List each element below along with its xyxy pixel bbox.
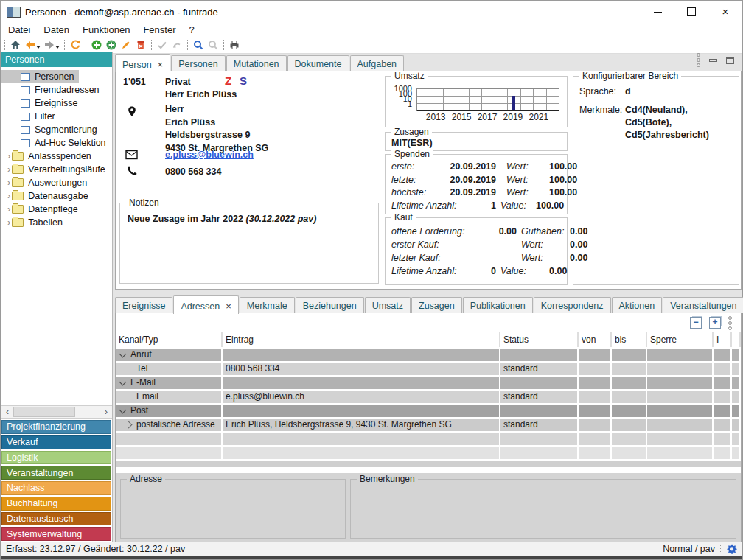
- section-verkauf[interactable]: Verkauf: [1, 435, 111, 449]
- sidebar-item-datenausgabe[interactable]: ›Datenausgabe: [1, 189, 112, 203]
- table-row-tel[interactable]: Tel 0800 568 334 standard: [116, 363, 741, 375]
- tab-adressen[interactable]: Adressen×: [173, 295, 238, 314]
- tab-mutationen[interactable]: Mutationen: [226, 55, 287, 71]
- merkmale-value: Cd4(Neuland), Cd5(Bote), Cd5(Jahresberic…: [625, 104, 733, 141]
- expand-all-icon[interactable]: +: [709, 317, 721, 329]
- sidebar: Personen Personen Fremdadressen Ereignis…: [1, 52, 113, 542]
- add-button[interactable]: [89, 38, 104, 52]
- sidebar-item-adhoc-selektion[interactable]: Ad-Hoc Selektion: [1, 136, 112, 150]
- section-projektfinanzierung[interactable]: Projektfinanzierung: [1, 420, 111, 434]
- menu-fenster[interactable]: Fenster: [136, 24, 182, 35]
- column-sperre[interactable]: Sperre: [647, 332, 714, 347]
- sidebar-hscrollbar[interactable]: ‹ ›: [1, 405, 112, 419]
- notizen-title: Notizen: [126, 197, 162, 208]
- sidebar-item-personen[interactable]: Personen: [1, 70, 112, 83]
- home-icon: [10, 39, 21, 51]
- section-veranstaltungen[interactable]: Veranstaltungen: [1, 466, 111, 480]
- tab-publikationen[interactable]: Publikationen: [463, 297, 533, 313]
- sidebar-item-verarbeitungslaeufe[interactable]: ›Verarbeitungsläufe: [1, 163, 112, 176]
- kauf-row: offene Forderung:0.00Guthaben:0.00: [386, 225, 567, 238]
- column-status[interactable]: Status: [500, 332, 579, 347]
- tab-ereignisse[interactable]: Ereignisse: [115, 297, 172, 313]
- forward-dropdown-icon[interactable]: [55, 46, 60, 49]
- print-button[interactable]: [227, 38, 242, 52]
- column-eintrag[interactable]: Eintrag: [223, 332, 500, 347]
- umsatz-panel: Umsatz 1000100101 20132015201720192021: [385, 76, 568, 127]
- column-i[interactable]: I: [714, 332, 732, 347]
- add-icon: [91, 39, 102, 51]
- delete-button[interactable]: [133, 38, 148, 52]
- home-button[interactable]: [8, 38, 23, 52]
- maximize-button[interactable]: [674, 1, 708, 23]
- menu-datei[interactable]: Datei: [1, 24, 37, 35]
- sidebar-item-filter[interactable]: Filter: [1, 110, 112, 123]
- tab-korrespondenz[interactable]: Korrespondenz: [534, 297, 611, 313]
- sidebar-item-auswertungen[interactable]: ›Auswertungen: [1, 176, 112, 189]
- menu-help[interactable]: ?: [182, 24, 200, 35]
- section-logistik[interactable]: Logistik: [1, 451, 111, 465]
- tab-umsatz[interactable]: Umsatz: [365, 297, 411, 313]
- email-link[interactable]: e.pluss@bluewin.ch: [165, 150, 254, 160]
- sidebar-item-datenpflege[interactable]: ›Datenpflege: [1, 203, 112, 216]
- section-datenaustausch[interactable]: Datenaustausch: [1, 512, 111, 526]
- table-row-email[interactable]: Email e.pluss@bluewin.ch standard: [116, 391, 741, 403]
- scroll-right-icon[interactable]: ›: [100, 407, 112, 417]
- scroll-left-icon[interactable]: ‹: [1, 407, 13, 417]
- forward-button[interactable]: [42, 38, 57, 52]
- column-von[interactable]: von: [579, 332, 612, 347]
- tab-personen[interactable]: Personen: [171, 55, 226, 71]
- tab-veranstaltungen[interactable]: Veranstaltungen: [663, 297, 743, 313]
- settings-gear-icon[interactable]: [726, 544, 742, 555]
- more-options-icon[interactable]: [697, 53, 700, 67]
- sidebar-item-ereignisse[interactable]: Ereignisse: [1, 97, 112, 110]
- table-row-group-email[interactable]: E-Mail: [116, 377, 741, 389]
- section-nachlass[interactable]: Nachlass: [1, 481, 111, 495]
- person-name: Herr Erich Plüss: [165, 89, 237, 99]
- sidebar-item-fremdadressen[interactable]: Fremdadressen: [1, 83, 112, 97]
- tab-aufgaben[interactable]: Aufgaben: [350, 55, 405, 71]
- tab-aktionen[interactable]: Aktionen: [612, 297, 663, 313]
- back-button[interactable]: [23, 38, 38, 52]
- sidebar-item-tabellen[interactable]: ›Tabellen: [1, 216, 112, 229]
- section-buchhaltung[interactable]: Buchhaltung: [1, 497, 111, 511]
- menu-daten[interactable]: Daten: [37, 24, 76, 35]
- sidebar-item-segmentierung[interactable]: Segmentierung: [1, 123, 112, 136]
- more-options-icon[interactable]: [728, 316, 732, 330]
- back-dropdown-icon[interactable]: [36, 46, 41, 49]
- edit-button[interactable]: [119, 38, 133, 52]
- table-row-group-post[interactable]: Post: [116, 405, 741, 417]
- confirm-button[interactable]: [155, 38, 170, 52]
- refresh-button[interactable]: [68, 38, 83, 52]
- window-title: Personen - demoft@asp.arenae.ch - funtra…: [25, 7, 218, 18]
- tab-dokumente[interactable]: Dokumente: [287, 55, 349, 71]
- search-secondary-button[interactable]: [206, 38, 220, 52]
- column-kanal-typ[interactable]: Kanal/Typ: [116, 332, 223, 347]
- scroll-thumb[interactable]: [13, 407, 75, 417]
- pane-minimize-icon[interactable]: [709, 59, 717, 62]
- search-button[interactable]: [191, 38, 206, 52]
- sidebar-item-anlassspenden[interactable]: ›Anlassspenden: [1, 150, 112, 163]
- table-row-group-anruf[interactable]: Anruf: [116, 349, 741, 361]
- tab-close-icon[interactable]: ×: [226, 301, 231, 312]
- tab-close-icon[interactable]: ×: [158, 59, 164, 70]
- menu-funktionen[interactable]: Funktionen: [76, 24, 136, 35]
- table-row-postalische-adresse[interactable]: postalische Adresse Erich Plüss, Heldsbe…: [116, 419, 741, 431]
- tab-beziehungen[interactable]: Beziehungen: [296, 297, 364, 313]
- adresse-detail-panel: Adresse: [120, 479, 346, 539]
- section-systemverwaltung[interactable]: Systemverwaltung: [1, 527, 111, 541]
- confirm-check-icon: [156, 39, 168, 51]
- tab-merkmale[interactable]: Merkmale: [240, 297, 295, 313]
- tab-person[interactable]: Person×: [115, 54, 170, 72]
- close-button[interactable]: ×: [708, 1, 742, 23]
- minimize-button[interactable]: [641, 1, 674, 23]
- pane-maximize-icon[interactable]: [726, 57, 734, 64]
- bemerkungen-detail-panel: Bemerkungen: [350, 479, 736, 539]
- add-copy-button[interactable]: [104, 38, 119, 52]
- collapse-all-icon[interactable]: −: [690, 317, 702, 329]
- minimize-icon: [654, 12, 662, 13]
- tab-zusagen[interactable]: Zusagen: [411, 297, 462, 313]
- title-bar: Personen - demoft@asp.arenae.ch - funtra…: [1, 1, 742, 23]
- column-bis[interactable]: bis: [612, 332, 647, 347]
- chevron-down-icon: [119, 379, 127, 386]
- undo-button[interactable]: [170, 38, 184, 52]
